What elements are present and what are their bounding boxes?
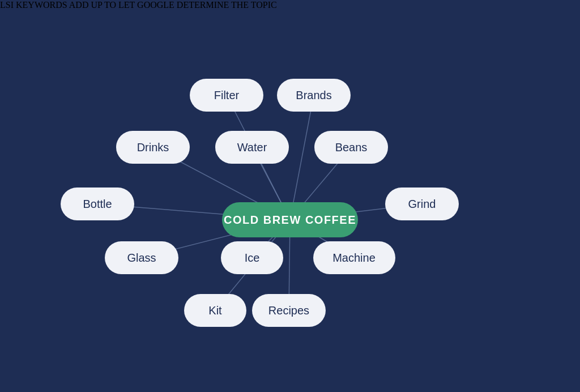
node-drinks: Drinks [116,131,190,164]
node-grind: Grind [385,188,459,220]
node-kit: Kit [184,294,246,327]
node-water: Water [215,131,289,164]
svg-line-1 [290,95,314,220]
node-bottle: Bottle [61,188,134,220]
node-glass: Glass [105,241,178,274]
subtitle-text: LSI KEYWORDS ADD UP TO LET GOOGLE DETERM… [0,0,580,10]
node-machine: Machine [313,241,395,274]
diagram-container: COLD BREW COFFEEFilterBrandsDrinksWaterB… [0,51,580,391]
node-filter: Filter [190,79,263,112]
node-ice: Ice [221,241,283,274]
node-recipes: Recipes [252,294,326,327]
center-node: COLD BREW COFFEE [222,202,358,237]
node-brands: Brands [277,79,351,112]
node-beans: Beans [314,131,388,164]
